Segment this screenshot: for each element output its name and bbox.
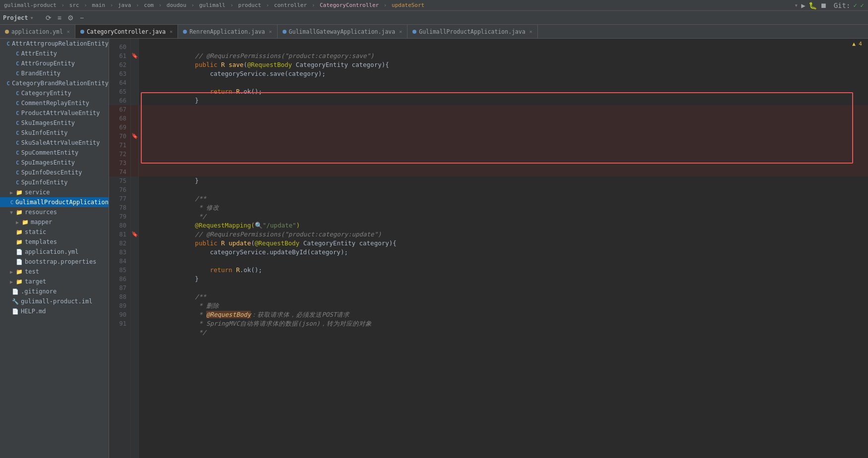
tree-item-gulimall-app[interactable]: C GulimallProductApplication <box>0 197 109 207</box>
folder-icon: 📁 <box>16 189 23 196</box>
tab-label-controller: CategoryController.java <box>87 28 166 35</box>
class-icon: C <box>16 150 19 156</box>
tab-renren-application[interactable]: RenrenApplication.java ✕ <box>178 25 277 38</box>
close-tab-yml[interactable]: ✕ <box>67 29 70 34</box>
code-line-64: return R.ok(); <box>139 78 868 87</box>
tree-item-product-attr[interactable]: C ProductAttrValueEntity <box>0 108 109 118</box>
tree-item-service[interactable]: ▶ 📁 service <box>0 187 109 197</box>
tab-bar: application.yml ✕ CategoryController.jav… <box>0 25 868 39</box>
class-icon: C <box>16 70 19 77</box>
tree-label-target: target <box>25 278 46 285</box>
git-check[interactable]: ✓ <box>853 1 857 9</box>
tree-label-resources: resources <box>25 209 57 216</box>
code-line-71: categoryService.updateBatchById(Arrays.a… <box>139 141 868 150</box>
tree-item-iml[interactable]: 🔧 gulimall-product.iml <box>0 296 109 306</box>
close-tab-product[interactable]: ✕ <box>529 29 532 34</box>
gutter-bookmark-70[interactable]: 🔖 <box>131 132 138 141</box>
tab-gulimall-product[interactable]: GulimallProductApplication.java ✕ <box>407 25 538 38</box>
arrow-icon: ▶ <box>10 190 16 195</box>
tab-label-gateway: GulimallGatewayApplication.java <box>289 28 396 35</box>
tree-item-comment[interactable]: C CommentReplayEntity <box>0 98 109 108</box>
tree-label: BrandEntity <box>21 70 60 77</box>
close-tab-controller[interactable]: ✕ <box>170 29 173 34</box>
tree-item-sku-images[interactable]: C SkuImagesEntity <box>0 118 109 128</box>
code-line-62: categoryService.save(category); <box>139 60 868 69</box>
tab-icon-yml <box>5 30 9 34</box>
iml-icon: 🔧 <box>12 298 19 305</box>
tree-item-attr-attrgroup[interactable]: C AttrAttrgroupRelationEntity <box>0 39 109 49</box>
code-line-68: @RequestMapping(🔍"/update/sort") <box>139 114 868 123</box>
code-line-79: @RequestMapping(🔍"/update") <box>139 212 868 221</box>
folder-static-icon: 📁 <box>16 229 23 235</box>
tree-item-helpmd[interactable]: 📄 HELP.md <box>0 306 109 316</box>
tree-label: CategoryEntity <box>21 90 71 97</box>
tree-item-category-entity[interactable]: C CategoryEntity <box>0 88 109 98</box>
tree-item-mapper[interactable]: ▶ 📁 mapper <box>0 217 109 227</box>
tree-item-attr-group[interactable]: C AttrGroupEntity <box>0 58 109 68</box>
arrow-target: ▶ <box>10 279 16 285</box>
tree-item-templates[interactable]: 📁 templates <box>0 237 109 247</box>
class-icon-app: C <box>10 199 14 206</box>
gutter-bookmark-61[interactable]: 🔖 <box>131 52 138 60</box>
tree-item-spu-info[interactable]: C SpuInfoEntity <box>0 177 109 187</box>
tree-label: SkuSaleAttrValueEntity <box>21 139 100 146</box>
stop-icon[interactable]: ⏹ <box>820 1 827 9</box>
code-line-75 <box>139 176 868 185</box>
minimize-btn[interactable]: − <box>78 13 86 23</box>
sidebar: C AttrAttrgroupRelationEntity C AttrEnti… <box>0 39 109 458</box>
settings-btn[interactable]: ⚙ <box>65 13 76 23</box>
tree-item-application-yml[interactable]: 📄 application.yml <box>0 247 109 257</box>
class-icon: C <box>16 140 19 146</box>
code-line-85: } <box>139 266 868 275</box>
tree-item-static[interactable]: 📁 static <box>0 227 109 237</box>
git-check2[interactable]: ✓ <box>860 1 864 9</box>
close-tab-gateway[interactable]: ✕ <box>399 29 402 34</box>
tree-item-category-brand[interactable]: C CategoryBrandRelationEntity <box>0 78 109 88</box>
code-line-65: } <box>139 87 868 96</box>
debug-icon[interactable]: 🐛 <box>809 1 817 9</box>
close-tab-renren[interactable]: ✕ <box>269 29 272 34</box>
code-line-60: // @RequiresPermissions("product:categor… <box>139 43 868 52</box>
tree-item-spu-images[interactable]: C SpuImagesEntity <box>0 158 109 168</box>
synchronize-btn[interactable]: ⟳ <box>44 13 54 23</box>
tree-item-gitignore[interactable]: 📄 .gitignore <box>0 286 109 296</box>
collapse-all-btn[interactable]: ≡ <box>56 13 63 23</box>
tab-icon-product <box>412 30 416 34</box>
tree-item-resources[interactable]: ▼ 📁 resources <box>0 207 109 217</box>
class-icon: C <box>6 80 10 87</box>
code-line-67: //批量修改 <box>139 105 868 114</box>
tree-item-brand[interactable]: C BrandEntity <box>0 68 109 78</box>
tab-application-yml[interactable]: application.yml ✕ <box>0 25 75 38</box>
tree-label: CategoryBrandRelationEntity <box>12 80 109 87</box>
tree-label-yml: application.yml <box>25 248 78 255</box>
tree-item-target[interactable]: ▶ 📁 target <box>0 277 109 286</box>
tree-label: ProductAttrValueEntity <box>21 110 100 116</box>
gutter-bookmark-81[interactable]: 🔖 <box>131 230 138 239</box>
tree-item-spu-comment[interactable]: C SpuCommentEntity <box>0 148 109 158</box>
tab-label-yml: application.yml <box>11 28 63 35</box>
git-icon[interactable]: Git: <box>834 1 851 9</box>
class-icon: C <box>16 90 19 97</box>
tree-item-test[interactable]: ▶ 📁 test <box>0 267 109 277</box>
class-icon: C <box>16 170 19 176</box>
tab-gulimall-gateway[interactable]: GulimallGatewayApplication.java ✕ <box>278 25 408 38</box>
class-icon: C <box>16 51 19 57</box>
tree-label: AttrAttrgroupRelationEntity <box>12 40 109 47</box>
tree-label-static: static <box>25 229 46 235</box>
tree-item-attr-entity[interactable]: C AttrEntity <box>0 49 109 58</box>
code-line-86 <box>139 275 868 284</box>
tab-category-controller[interactable]: CategoryController.java ✕ <box>75 25 178 38</box>
tree-item-sku-info[interactable]: C SkuInfoEntity <box>0 128 109 138</box>
tree-label-templates: templates <box>25 238 57 245</box>
run-icon[interactable]: ▶ <box>801 1 805 9</box>
tree-item-bootstrap[interactable]: 📄 bootstrap.properties <box>0 257 109 267</box>
gutter: 🔖 🔖 🔖 <box>131 39 139 458</box>
code-lines: // @RequiresPermissions("product:categor… <box>139 39 868 458</box>
tree-item-sku-sale[interactable]: C SkuSaleAttrValueEntity <box>0 138 109 148</box>
tree-item-spu-info-desc[interactable]: C SpuInfoDescEntity <box>0 168 109 177</box>
code-editor[interactable]: ▲ 4 60 61 62 63 64 65 66 67 68 69 70 71 … <box>109 39 868 458</box>
code-line-87: /** <box>139 284 868 292</box>
run-config-expand[interactable]: ▾ <box>794 1 798 9</box>
folder-test-icon: 📁 <box>16 269 23 275</box>
code-line-89: * @RequestBody：获取请求体，必须发送POST请求 <box>139 301 868 310</box>
